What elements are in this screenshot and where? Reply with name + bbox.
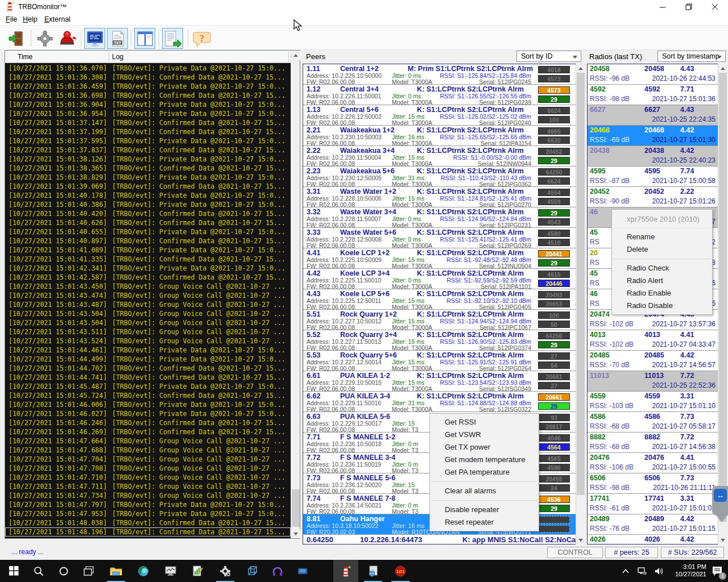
- start-button[interactable]: [1, 560, 26, 582]
- log-row[interactable]: [10/27/2021 15:01:42.587] [TRBO/evt]: Co…: [5, 273, 291, 282]
- log-row[interactable]: [10/27/2021 15:01:41.335] [TRBO/evt]: Co…: [5, 255, 291, 264]
- menu-item[interactable]: Delete: [612, 243, 712, 256]
- radio-row[interactable]: 4586 4586 7.73 RSSI: -68 dB 2021-10-27 0…: [588, 412, 718, 433]
- radio-row[interactable]: 4026 4026 4.42: [588, 535, 718, 544]
- taskbar-search[interactable]: [26, 560, 51, 582]
- tray-chevron-button[interactable]: [618, 560, 634, 582]
- peer-row[interactable]: 3.33 Waste Water 5+6 K: S1:LCPtrnk S2:LC…: [303, 228, 576, 248]
- peer-row[interactable]: 5.53 Rock Quarry 5+6 K: S1:LCPtrnk S2:LC…: [303, 351, 576, 371]
- log-row[interactable]: [10/27/2021 15:01:44.741] [TRBO/evt]: Co…: [5, 373, 291, 382]
- radio-row[interactable]: 8882 8882 7.72 RSSI: -68 dB 2021-10-27 1…: [588, 433, 718, 453]
- menu-item[interactable]: [613, 259, 711, 259]
- log-row[interactable]: [10/27/2021 15:01:46.006] [TRBO/evt]: Pr…: [5, 400, 291, 409]
- log-row[interactable]: [10/27/2021 15:01:43.524] [TRBO/evt]: Gr…: [5, 336, 291, 346]
- log-row[interactable]: [10/27/2021 15:01:47.688] [TRBO/evt]: Gr…: [5, 446, 291, 455]
- log-row[interactable]: [10/27/2021 15:01:41.089] [TRBO/evt]: Pr…: [5, 246, 291, 255]
- split-view-toggle[interactable]: [134, 28, 155, 49]
- log-row[interactable]: [10/27/2021 15:01:38.126] [TRBO/evt]: Pr…: [5, 155, 291, 164]
- radio-row[interactable]: 20485 20485 4.42 RSSI: -70 dB 2021-10-27…: [588, 351, 718, 371]
- log-row[interactable]: [10/27/2021 15:01:43.504] [TRBO/evt]: Gr…: [5, 309, 291, 318]
- chart-app-button[interactable]: [185, 560, 210, 582]
- alarm-button[interactable]: [57, 28, 78, 49]
- log-row[interactable]: [10/27/2021 15:01:43.474] [TRBO/evt]: Gr…: [5, 291, 291, 300]
- menu-item[interactable]: Disable repeater: [430, 504, 539, 516]
- taskbar-clock[interactable]: 3:01 PM 10/27/2021: [667, 563, 706, 578]
- txt-log-toggle[interactable]: TXT: [107, 28, 128, 49]
- log-col-log[interactable]: Log: [112, 53, 123, 61]
- peer-row[interactable]: 3.31 Waste Water 1+2 K: S1:LCPtrnk S2:LC…: [303, 187, 576, 207]
- settings-button-taskbar[interactable]: [213, 560, 238, 582]
- log-row[interactable]: [10/27/2021 15:01:36.459] [TRBO/evt]: Pr…: [5, 82, 291, 91]
- monitor-log-toggle[interactable]: [84, 28, 105, 49]
- menu-item[interactable]: Get RSSI: [430, 416, 539, 429]
- log-row[interactable]: [10/27/2021 15:01:47.711] [TRBO/evt]: Gr…: [5, 482, 291, 491]
- column-divider[interactable]: [288, 52, 289, 62]
- volume-tray-button[interactable]: [651, 560, 668, 582]
- menu-item[interactable]: [431, 500, 537, 501]
- log-row[interactable]: [10/27/2021 15:01:47.708] [TRBO/evt]: Gr…: [5, 464, 291, 473]
- menu-help[interactable]: Help: [20, 15, 40, 24]
- log-row[interactable]: [10/27/2021 15:01:46.246] [TRBO/evt]: Co…: [5, 418, 291, 427]
- scrollbar-thumb[interactable]: [719, 73, 727, 522]
- log-row[interactable]: [10/27/2021 15:01:42.341] [TRBO/evt]: Pr…: [5, 264, 291, 273]
- menu-external[interactable]: External: [42, 15, 73, 24]
- radio-row[interactable]: 11013 11013 7.72 2021-10-25 22:52:36: [588, 371, 718, 392]
- trbomonitor-taskbar-button[interactable]: [333, 560, 358, 582]
- menu-item[interactable]: Reset repeater: [430, 516, 539, 529]
- menu-item[interactable]: Radio Check: [612, 262, 712, 275]
- log-row[interactable]: [10/27/2021 15:01:36.308] [TRBO/evt]: Co…: [5, 73, 291, 82]
- log-row[interactable]: [10/27/2021 15:01:46.269] [TRBO/evt]: Co…: [5, 427, 291, 436]
- peer-row[interactable]: 4.41 Koele LCP 1+2 K: S1:LCPtrnk S2:LCPt…: [303, 248, 576, 269]
- scroll-down-button[interactable]: [291, 529, 300, 538]
- log-row[interactable]: [10/27/2021 15:01:47.734] [TRBO/evt]: Gr…: [5, 491, 291, 500]
- menu-item[interactable]: [431, 481, 537, 482]
- menu-file[interactable]: File: [3, 15, 19, 24]
- scrollbar-thumb[interactable]: [577, 73, 585, 495]
- scrollbar-thumb[interactable]: [292, 489, 300, 527]
- log-row[interactable]: [10/27/2021 15:01:40.626] [TRBO/evt]: Co…: [5, 218, 291, 227]
- help-button[interactable]: ?: [191, 28, 212, 49]
- peer-row[interactable]: 4.43 Koele LCP 5+6 K: S1:LCPtrnk S2:LCPt…: [303, 289, 576, 310]
- task-view-button[interactable]: [76, 560, 101, 582]
- log-row[interactable]: [10/27/2021 15:01:40.386] [TRBO/evt]: Pr…: [5, 200, 291, 209]
- scroll-up-button[interactable]: [576, 64, 585, 73]
- at-app-button[interactable]: 1@1: [388, 560, 413, 582]
- log-row[interactable]: [10/27/2021 15:01:46.027] [TRBO/evt]: Pr…: [5, 409, 291, 418]
- menu-item[interactable]: Get modem temperature: [430, 454, 539, 466]
- radio-row[interactable]: 6506 6506 7.73 RSSI: -98 dB 2021-10-26 2…: [588, 473, 718, 494]
- log-row[interactable]: [10/27/2021 15:01:44.702] [TRBO/evt]: Co…: [5, 364, 291, 373]
- peers-footer-row[interactable]: 0.64250 10.2.226.14:64473 K: app MNIS S1…: [303, 534, 576, 544]
- peer-row[interactable]: 3.32 Waste Water 3+4 K: S1:LCPtrnk S2:LC…: [303, 207, 576, 228]
- log-row[interactable]: [10/27/2021 15:01:37.837] [TRBO/evt]: Co…: [5, 146, 291, 155]
- cortana-button[interactable]: [51, 560, 76, 582]
- log-row[interactable]: [10/27/2021 15:01:47.797] [TRBO/evt]: Pr…: [5, 500, 291, 509]
- radio-row[interactable]: 20476 20476 4.41 RSSI: -106 dB 2021-10-2…: [588, 453, 718, 473]
- peer-row[interactable]: 2.21 Waiakeakua 1+2 K: S1:LCPtrnk S2:LCP…: [303, 126, 576, 146]
- menu-item[interactable]: Get PA temperature: [430, 466, 539, 479]
- exit-door-button[interactable]: [6, 28, 27, 49]
- peer-row[interactable]: 5.51 Rock Quarry 1+2 K: S1:LCPtrnk S2:LC…: [303, 310, 576, 330]
- log-row[interactable]: [10/27/2021 15:01:40.178] [TRBO/evt]: Pr…: [5, 191, 291, 200]
- peer-row[interactable]: 1.12 Central 3+4 K: S1:LCPtrnk S2:LCPtrn…: [303, 85, 576, 105]
- peer-row[interactable]: 1.13 Central 5+6 K: S1:LCPtrnk S2:LCPtrn…: [303, 105, 576, 126]
- restore-button[interactable]: [676, 0, 702, 14]
- radio-row[interactable]: 20438 20438 4.42 2021-10-25 22:40:23: [588, 146, 718, 167]
- peer-row[interactable]: 4.42 Koele LCP 3+4 K: S1:LCPtrnk S2:LCPt…: [303, 269, 576, 289]
- peer-row[interactable]: 1.11 Central 1+2 M: Prim S1:LCPtrnk S2:L…: [303, 64, 576, 85]
- log-row[interactable]: [10/27/2021 15:01:37.199] [TRBO/evt]: Co…: [5, 127, 291, 136]
- radio-row[interactable]: 20458 20458 4.43 RSSI: -96 dB 2021-10-26…: [588, 64, 718, 85]
- menu-item[interactable]: Radio Enable: [612, 287, 712, 300]
- menu-item[interactable]: Clear all alarms: [430, 485, 539, 497]
- peer-row[interactable]: 2.22 Waiakeakua 3+4 K: S1:LCPtrnk S2:LCP…: [303, 146, 576, 167]
- minimize-button[interactable]: [650, 0, 676, 14]
- control-box[interactable]: CONTROL: [547, 547, 603, 558]
- log-col-time[interactable]: Time: [18, 53, 32, 61]
- radio-row[interactable]: 20468 20468 4.42 RSSI: -69 dB 2021-10-27…: [588, 126, 718, 146]
- radio-row[interactable]: 20489 20489 4.42 RSSI: -76 dB 2021-10-27…: [588, 514, 718, 535]
- notification-center-button[interactable]: 1: [708, 560, 727, 582]
- scroll-down-button[interactable]: [718, 535, 727, 544]
- log-row[interactable]: [10/27/2021 15:01:36.070] [TRBO/evt]: Pr…: [5, 64, 291, 73]
- close-button[interactable]: [702, 0, 728, 14]
- settings-button[interactable]: [34, 28, 55, 49]
- cube-app-button[interactable]: [240, 560, 265, 582]
